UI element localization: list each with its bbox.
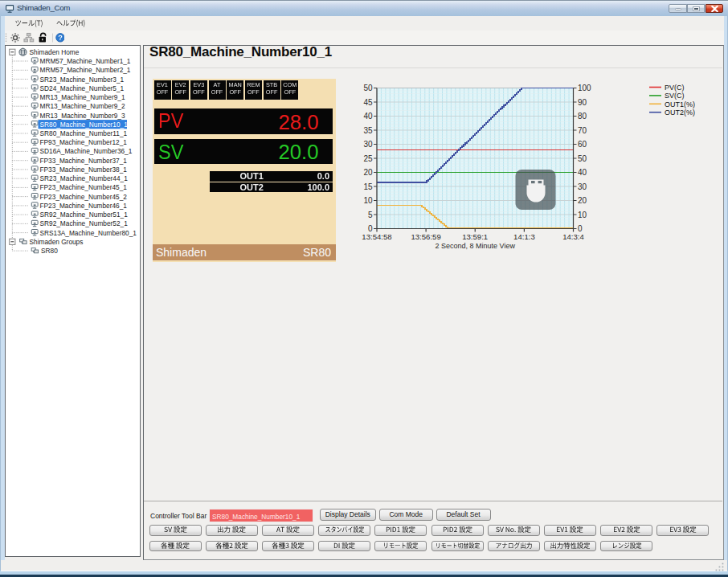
svg-text:14:1:3: 14:1:3 xyxy=(513,232,535,241)
svg-text:90: 90 xyxy=(578,98,587,107)
svg-text:SRS13A_Machine_Number80_1: SRS13A_Machine_Number80_1 xyxy=(40,229,137,237)
svg-text:FP23_Machine_Number45_2: FP23_Machine_Number45_2 xyxy=(40,193,128,201)
svg-text:SR80_Machine_Number11_1: SR80_Machine_Number11_1 xyxy=(40,129,128,137)
svg-text:SR80_Machine_Number10_1: SR80_Machine_Number10_1 xyxy=(40,121,129,129)
svg-text:15: 15 xyxy=(363,182,373,191)
svg-text:MR13_Machine_Number9_3: MR13_Machine_Number9_3 xyxy=(40,112,125,120)
svg-text:PV(C): PV(C) xyxy=(665,84,685,92)
svg-text:SR23_Machine_Number3_1: SR23_Machine_Number3_1 xyxy=(40,76,125,84)
svg-text:OUT1(%): OUT1(%) xyxy=(665,100,695,108)
svg-text:25: 25 xyxy=(363,154,373,163)
svg-text:5: 5 xyxy=(368,211,373,219)
svg-text:50: 50 xyxy=(578,154,587,163)
svg-text:SV(C): SV(C) xyxy=(665,92,685,100)
svg-text:45: 45 xyxy=(363,98,373,107)
svg-text:2 Second, 8 Minute View: 2 Second, 8 Minute View xyxy=(435,242,515,250)
svg-text:OUT2(%): OUT2(%) xyxy=(665,108,695,117)
svg-text:60: 60 xyxy=(578,140,587,149)
svg-text:SD16A_Machine_Number36_1: SD16A_Machine_Number36_1 xyxy=(40,147,133,155)
svg-text:MRM57_Machine_Number1_1: MRM57_Machine_Number1_1 xyxy=(40,57,131,65)
svg-text:20: 20 xyxy=(578,196,587,205)
svg-text:SR92_Machine_Number51_1: SR92_Machine_Number51_1 xyxy=(40,211,129,219)
svg-text:35: 35 xyxy=(363,126,373,135)
svg-text:14:3:4: 14:3:4 xyxy=(562,232,584,241)
svg-text:FP23_Machine_Number45_1: FP23_Machine_Number45_1 xyxy=(40,183,128,191)
svg-text:Shimaden Home: Shimaden Home xyxy=(30,48,80,56)
svg-text:40: 40 xyxy=(363,112,373,121)
svg-text:30: 30 xyxy=(363,140,373,149)
svg-text:13:59:1: 13:59:1 xyxy=(462,232,488,241)
svg-text:30: 30 xyxy=(578,182,587,191)
svg-text:FP93_Machine_Number12_1: FP93_Machine_Number12_1 xyxy=(40,138,128,146)
svg-text:FP33_Machine_Number37_1: FP33_Machine_Number37_1 xyxy=(40,157,128,165)
svg-text:50: 50 xyxy=(363,84,373,92)
svg-text:10: 10 xyxy=(363,196,373,205)
svg-text:80: 80 xyxy=(578,112,587,121)
svg-text:13:54:58: 13:54:58 xyxy=(362,232,391,241)
svg-text:FP23_Machine_Number46_1: FP23_Machine_Number46_1 xyxy=(40,202,128,210)
svg-text:Shimaden Groups: Shimaden Groups xyxy=(30,238,84,246)
svg-text:SR23_Machine_Number44_1: SR23_Machine_Number44_1 xyxy=(40,174,129,182)
svg-text:MR13_Machine_Number9_2: MR13_Machine_Number9_2 xyxy=(40,102,125,110)
svg-text:40: 40 xyxy=(578,168,587,177)
svg-text:13:56:59: 13:56:59 xyxy=(411,232,440,241)
svg-text:10: 10 xyxy=(578,211,587,219)
svg-text:SR92_Machine_Number52_1: SR92_Machine_Number52_1 xyxy=(40,219,129,227)
svg-text:20: 20 xyxy=(363,168,373,177)
svg-text:MR13_Machine_Number9_1: MR13_Machine_Number9_1 xyxy=(40,93,125,101)
svg-text:SR80: SR80 xyxy=(41,247,58,255)
svg-text:MRM57_Machine_Number2_1: MRM57_Machine_Number2_1 xyxy=(40,66,131,74)
svg-text:FP33_Machine_Number38_1: FP33_Machine_Number38_1 xyxy=(40,166,128,174)
svg-text:100: 100 xyxy=(578,84,591,92)
svg-text:SD24_Machine_Number5_1: SD24_Machine_Number5_1 xyxy=(40,84,125,92)
svg-text:70: 70 xyxy=(578,126,587,135)
